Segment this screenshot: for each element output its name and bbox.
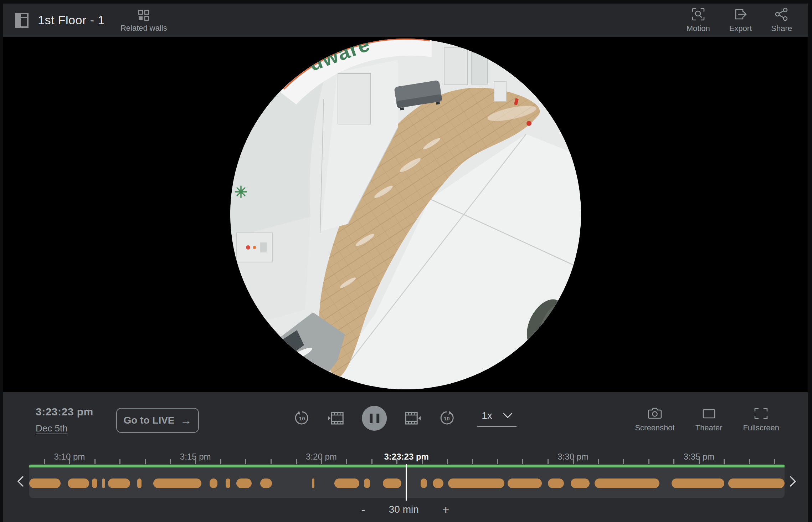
current-date-link[interactable]: Dec 5th [36,423,68,434]
timeline-tick [220,459,221,464]
zoom-out-button[interactable]: - [356,503,370,516]
motion-event-segment [226,478,230,488]
top-actions: Motion Export Share [687,7,792,33]
motion-event-segment [29,478,61,488]
wall-layout-icon[interactable] [15,13,29,28]
motion-event-segment [421,478,427,488]
timeline-tick [145,459,146,464]
timeline-tick [195,459,196,464]
timeline-tick [623,459,624,464]
motion-event-segment [508,478,542,488]
view-actions: Screenshot Theater Fullscreen [635,406,779,433]
motion-event-segment [108,478,130,488]
playback-speed-select[interactable]: 1x [477,409,517,427]
share-label: Share [771,24,792,33]
timeline-tick [749,459,750,464]
timeline-tick [598,459,599,464]
timeline-tick [447,459,448,464]
timeline-tick [472,459,473,464]
motion-event-segment [383,478,401,488]
motion-label: Motion [687,24,710,33]
motion-event-segment [433,478,443,488]
zoom-in-button[interactable]: + [437,503,454,516]
related-walls-label: Related walls [120,24,167,33]
timeline-tick [573,459,574,464]
zoom-window-label: 30 min [389,504,419,515]
go-to-live-button[interactable]: Go to LIVE → [116,408,199,433]
motion-event-segment [312,478,314,488]
chevron-down-icon [503,413,512,419]
timeline-tick [548,459,549,464]
theater-icon [701,406,716,421]
share-icon [775,7,789,21]
snowflake-decal [235,186,247,198]
timeline-tick [69,459,70,464]
fullscreen-icon [754,406,769,421]
motion-event-segment [102,478,105,488]
grid-icon [138,10,149,21]
video-player-window: 1st Floor - 1 Related walls Motion [3,4,808,522]
timeline-tick [699,459,700,464]
timeline-tick [648,459,649,464]
forward-10-icon: 10 [439,410,454,426]
timeline-tick [673,459,674,464]
export-label: Export [729,24,752,33]
motion-event-segment [448,478,504,488]
share-button[interactable]: Share [771,7,792,33]
timeline-tick [170,459,171,464]
top-bar: 1st Floor - 1 Related walls Motion [3,4,808,37]
timeline-tick [724,459,725,464]
timeline-playhead[interactable] [406,464,407,501]
forward-10-button[interactable]: 10 [439,410,454,426]
timeline-tick [296,459,297,464]
motion-event-segment [137,478,142,488]
theater-label: Theater [695,423,723,433]
theater-button[interactable]: Theater [695,406,723,433]
motion-event-segment [571,478,590,488]
motion-search-icon [691,7,705,21]
svg-text:10: 10 [299,415,305,421]
current-time: 3:23:23 pm [36,406,93,418]
timeline-zoom-controls: - 30 min + [356,503,454,516]
timeline-tick [497,459,498,464]
next-frame-icon [405,411,421,425]
motion-event-segment [728,478,785,488]
fullscreen-button[interactable]: Fullscreen [743,406,779,433]
timeline-prev-button[interactable] [16,476,24,487]
go-to-live-label: Go to LIVE [123,415,174,426]
timeline-scrubber[interactable]: 3:10 pm3:15 pm3:20 pm3:30 pm3:35 pm3:23:… [29,452,785,501]
previous-frame-button[interactable] [328,411,344,425]
rewind-10-button[interactable]: 10 [294,410,310,426]
timeline-tick [396,459,397,464]
related-walls-button[interactable]: Related walls [120,7,167,33]
svg-text:10: 10 [444,415,450,421]
timeline-tick [245,459,246,464]
motion-event-segment [92,478,97,488]
arrow-right-icon: → [180,414,192,427]
motion-event-segment [260,478,272,488]
fisheye-camera-view[interactable]: dware [230,39,581,389]
player-control-panel: 3:23:23 pm Dec 5th Go to LIVE → 10 [3,392,808,522]
timeline-tick [371,459,372,464]
motion-event-segment [236,478,252,488]
timeline-tick [271,459,272,464]
timeline: 3:10 pm3:15 pm3:20 pm3:30 pm3:35 pm3:23:… [3,452,808,501]
previous-frame-icon [328,411,344,425]
camera-icon [647,406,662,421]
motion-button[interactable]: Motion [687,7,710,33]
time-block: 3:23:23 pm Dec 5th [36,406,93,434]
next-frame-button[interactable] [405,411,421,425]
screenshot-button[interactable]: Screenshot [635,406,674,433]
timeline-tick [321,459,322,464]
motion-event-segment [210,478,217,488]
playback-controls: 10 [294,406,517,431]
motion-event-segment [595,478,659,488]
export-button[interactable]: Export [729,7,752,33]
timeline-next-button[interactable] [789,476,797,487]
motion-event-segment [153,478,201,488]
pause-button[interactable] [362,406,387,431]
motion-event-segment [364,478,370,488]
screenshot-label: Screenshot [635,423,674,433]
export-icon [733,7,747,21]
motion-event-segment [334,478,359,488]
